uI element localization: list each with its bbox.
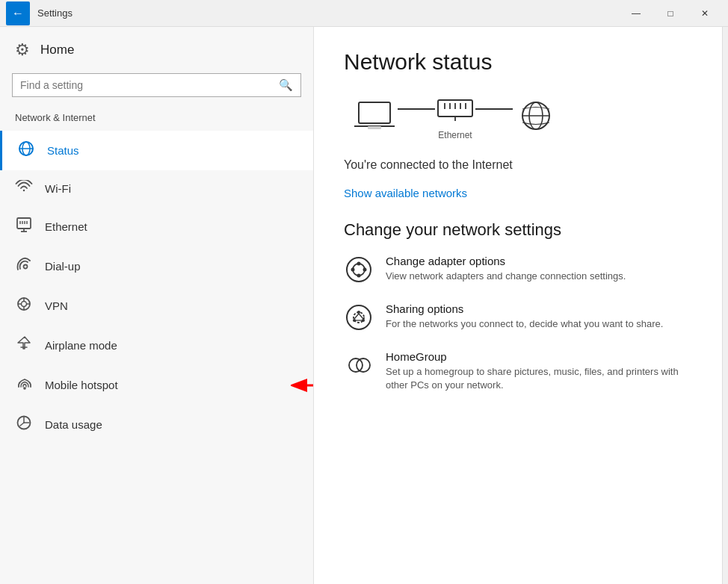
datausage-label: Data usage xyxy=(45,418,102,431)
sharing-icon xyxy=(344,302,374,332)
search-input[interactable] xyxy=(20,79,273,91)
svg-rect-3 xyxy=(17,218,31,229)
laptop-icon xyxy=(351,99,398,134)
adapter-options-item: Change adapter options View network adap… xyxy=(344,255,692,285)
connected-text: You're connected to the Internet xyxy=(344,158,692,172)
adapter-desc: View network adapters and change connect… xyxy=(386,270,626,283)
status-label: Status xyxy=(47,144,79,157)
laptop-node xyxy=(351,99,398,134)
svg-point-50 xyxy=(357,358,370,372)
arrow-indicator xyxy=(291,374,314,397)
svg-point-38 xyxy=(357,274,361,278)
svg-point-41 xyxy=(347,305,371,329)
svg-point-37 xyxy=(357,262,361,266)
hotspot-label: Mobile hotspot xyxy=(45,379,118,391)
sidebar-item-ethernet[interactable]: Ethernet xyxy=(0,207,313,246)
network-diagram: Ethernet xyxy=(344,93,692,140)
show-networks-link[interactable]: Show available networks xyxy=(344,187,692,199)
sidebar-item-home[interactable]: ⚙ Home xyxy=(0,27,313,73)
svg-point-12 xyxy=(22,302,27,307)
sidebar-item-dialup[interactable]: Dial-up xyxy=(0,246,313,286)
title-bar: ← Settings — □ ✕ xyxy=(0,0,728,27)
sidebar-item-vpn[interactable]: VPN xyxy=(0,286,313,326)
sidebar-item-wifi[interactable]: Wi-Fi xyxy=(0,170,313,207)
airplane-label: Airplane mode xyxy=(45,339,117,352)
svg-point-39 xyxy=(351,268,355,272)
search-box: 🔍 xyxy=(12,73,301,97)
back-button[interactable]: ← xyxy=(6,1,30,25)
svg-line-47 xyxy=(359,314,363,319)
homegroup-title: HomeGroup xyxy=(386,350,692,363)
svg-rect-24 xyxy=(368,126,381,129)
adapter-title: Change adapter options xyxy=(386,255,626,267)
minimize-button[interactable]: — xyxy=(619,0,653,27)
window-controls: — □ ✕ xyxy=(619,0,722,27)
sidebar-section-label: Network & Internet xyxy=(0,109,313,131)
wifi-icon xyxy=(15,180,33,197)
svg-point-49 xyxy=(349,358,363,372)
airplane-icon xyxy=(15,335,33,355)
wifi-label: Wi-Fi xyxy=(45,182,71,195)
dialup-icon xyxy=(15,256,33,276)
svg-point-43 xyxy=(357,311,360,314)
datausage-icon xyxy=(15,414,33,435)
window-title: Settings xyxy=(37,7,619,19)
ethernet-icon xyxy=(15,217,33,237)
ethernet-label: Ethernet xyxy=(45,220,87,233)
homegroup-item: HomeGroup Set up a homegroup to share pi… xyxy=(344,350,692,392)
svg-point-40 xyxy=(363,268,367,272)
dialup-label: Dial-up xyxy=(45,260,81,273)
maximize-button[interactable]: □ xyxy=(653,0,688,27)
svg-point-35 xyxy=(347,258,371,282)
sharing-options-item: Sharing options For the networks you con… xyxy=(344,302,692,332)
homegroup-text: HomeGroup Set up a homegroup to share pi… xyxy=(386,350,692,392)
sidebar-item-datausage[interactable]: Data usage xyxy=(0,405,313,444)
sharing-text: Sharing options For the networks you con… xyxy=(386,302,663,331)
home-label: Home xyxy=(40,43,74,58)
sidebar: ⚙ Home 🔍 Network & Internet Status xyxy=(0,27,314,584)
svg-point-18 xyxy=(23,387,26,390)
scrollbar[interactable] xyxy=(722,27,728,584)
svg-rect-22 xyxy=(359,102,390,123)
close-button[interactable]: ✕ xyxy=(688,0,722,27)
line-2 xyxy=(475,108,513,110)
content-area: Network status xyxy=(314,27,722,584)
home-icon: ⚙ xyxy=(15,40,30,60)
search-icon: 🔍 xyxy=(279,78,293,92)
line-1 xyxy=(398,108,435,110)
back-icon: ← xyxy=(12,7,24,20)
vpn-icon xyxy=(15,296,33,316)
status-icon xyxy=(17,140,35,161)
adapter-icon xyxy=(344,255,374,285)
ethernet-diagram-label: Ethernet xyxy=(438,130,472,140)
main-layout: ⚙ Home 🔍 Network & Internet Status xyxy=(0,27,728,584)
globe-node xyxy=(513,99,559,134)
change-settings-title: Change your network settings xyxy=(344,220,692,240)
page-title: Network status xyxy=(344,49,692,75)
adapter-text: Change adapter options View network adap… xyxy=(386,255,626,283)
homegroup-desc: Set up a homegroup to share pictures, mu… xyxy=(386,365,692,392)
vpn-label: VPN xyxy=(45,299,68,312)
sidebar-item-status[interactable]: Status xyxy=(0,131,313,170)
search-wrapper: 🔍 xyxy=(0,73,313,109)
sidebar-item-hotspot[interactable]: Mobile hotspot xyxy=(0,365,313,405)
sharing-desc: For the networks you connect to, decide … xyxy=(386,317,663,331)
homegroup-icon xyxy=(344,350,374,380)
ethernet-node: Ethernet xyxy=(435,93,475,140)
hotspot-icon xyxy=(15,375,33,395)
ethernet-icon-diagram xyxy=(435,93,475,127)
sidebar-item-airplane[interactable]: Airplane mode xyxy=(0,326,313,365)
svg-point-10 xyxy=(24,265,28,269)
globe-icon xyxy=(513,99,559,134)
sharing-title: Sharing options xyxy=(386,302,663,315)
